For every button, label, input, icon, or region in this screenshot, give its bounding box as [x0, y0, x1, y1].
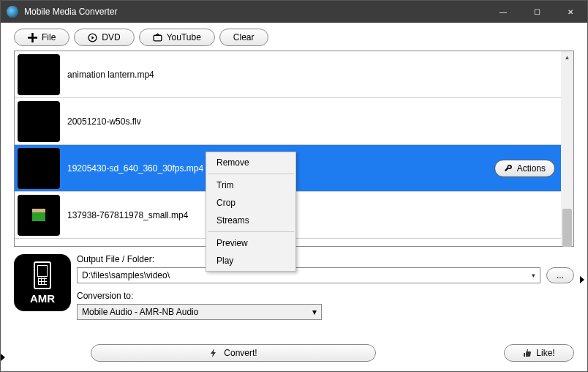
file-thumbnail: [18, 101, 60, 142]
tv-icon: [153, 33, 162, 42]
menu-item-trim[interactable]: Trim: [206, 176, 295, 194]
scroll-thumb[interactable]: [562, 209, 572, 247]
phone-icon: [34, 261, 51, 289]
wrench-icon: [504, 164, 513, 173]
window-title: Mobile Media Converter: [24, 7, 117, 17]
menu-separator: [208, 174, 294, 174]
menu-item-preview[interactable]: Preview: [206, 234, 295, 252]
file-thumbnail: [18, 54, 60, 95]
chevron-down-icon: ▾: [532, 272, 535, 279]
expand-right-icon[interactable]: [580, 276, 584, 283]
menu-item-crop[interactable]: Crop: [206, 194, 295, 212]
add-file-button[interactable]: File: [14, 29, 69, 46]
conversion-value: Mobile Audio - AMR-NB Audio: [82, 307, 312, 317]
scroll-track[interactable]: [561, 64, 573, 234]
file-name-label: animation lantern.mp4: [67, 70, 555, 80]
main-toolbar: File DVD YouTube Clear: [1, 23, 587, 51]
conversion-format-combo[interactable]: Mobile Audio - AMR-NB Audio ▾: [77, 304, 322, 320]
svg-rect-1: [154, 35, 162, 41]
window-close-button[interactable]: ✕: [554, 1, 587, 23]
context-menu: Remove Trim Crop Streams Preview Play: [206, 152, 296, 272]
output-label: Output File / Folder:: [77, 254, 574, 264]
expand-left-icon[interactable]: [1, 354, 5, 361]
list-item[interactable]: 20051210-w50s.flv: [15, 98, 561, 145]
chevron-down-icon: ▾: [312, 307, 317, 317]
format-badge: AMR: [14, 254, 71, 311]
clear-button[interactable]: Clear: [219, 29, 268, 46]
play-circle-icon: [88, 33, 97, 42]
youtube-button[interactable]: YouTube: [139, 29, 215, 46]
output-path-value: D:\files\samples\video\: [82, 270, 532, 280]
convert-button[interactable]: Convert!: [91, 344, 376, 362]
plus-icon: [28, 33, 37, 42]
list-item[interactable]: animation lantern.mp4: [15, 51, 561, 98]
file-thumbnail: [18, 195, 60, 236]
file-name-label: 20051210-w50s.flv: [67, 116, 555, 127]
scrollbar-vertical[interactable]: ▲ ▼: [561, 51, 573, 246]
file-thumbnail: [18, 148, 60, 189]
file-name-label: 137938-767811978_small.mp4: [67, 210, 555, 220]
browse-button[interactable]: ...: [546, 267, 574, 283]
menu-item-streams[interactable]: Streams: [206, 212, 295, 229]
conversion-label: Conversion to:: [77, 291, 574, 301]
app-icon: [7, 6, 18, 18]
bolt-icon: [209, 349, 218, 357]
menu-separator: [208, 231, 294, 232]
window-maximize-button[interactable]: ☐: [520, 1, 554, 23]
thumbs-up-icon: [523, 349, 532, 357]
dvd-button[interactable]: DVD: [74, 29, 134, 46]
format-badge-label: AMR: [30, 292, 55, 305]
footer-bar: Convert! Like!: [1, 341, 587, 371]
like-button[interactable]: Like!: [504, 344, 574, 362]
menu-item-play[interactable]: Play: [206, 252, 295, 269]
window-minimize-button[interactable]: —: [486, 1, 520, 23]
actions-button[interactable]: Actions: [494, 160, 555, 177]
menu-item-remove[interactable]: Remove: [206, 154, 295, 171]
window-titlebar: Mobile Media Converter — ☐ ✕: [1, 1, 587, 23]
output-path-combo[interactable]: D:\files\samples\video\ ▾: [77, 267, 540, 283]
scroll-up-button[interactable]: ▲: [561, 51, 573, 64]
